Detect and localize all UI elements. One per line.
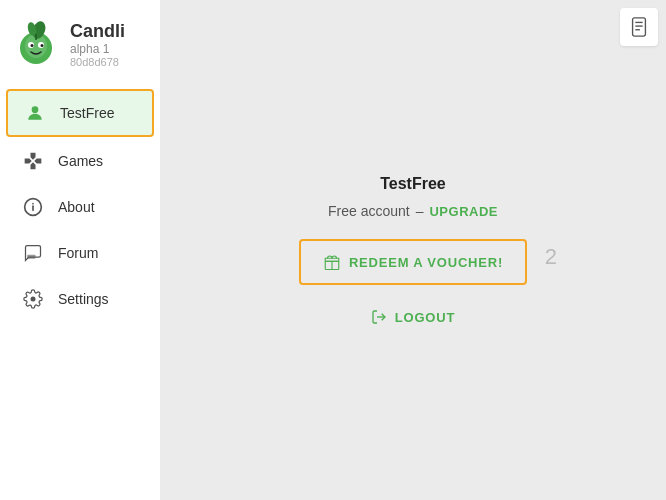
account-label: Free account (328, 203, 410, 219)
logout-button[interactable]: LOGOUT (371, 309, 455, 325)
sidebar-item-forum[interactable]: Forum (6, 231, 154, 275)
sidebar-item-testfree[interactable]: TestFree 1 (6, 89, 154, 137)
app-id: 80d8d678 (70, 56, 125, 68)
games-icon (22, 150, 44, 172)
svg-point-4 (31, 44, 34, 47)
sidebar-item-forum-label: Forum (58, 245, 98, 261)
app-logo (12, 20, 60, 68)
sidebar-nav: TestFree 1 Games About (0, 84, 160, 322)
profile-card: TestFree Free account – UPGRADE REDEEM A… (299, 175, 527, 325)
sidebar-item-games-label: Games (58, 153, 103, 169)
document-icon-button[interactable] (620, 8, 658, 46)
app-name: Candli (70, 21, 125, 42)
sidebar-item-about[interactable]: About (6, 185, 154, 229)
account-type-row: Free account – UPGRADE (328, 203, 498, 219)
voucher-icon (323, 253, 341, 271)
main-content: TestFree Free account – UPGRADE REDEEM A… (160, 0, 666, 500)
forum-icon (22, 242, 44, 264)
sidebar-item-testfree-label: TestFree (60, 105, 114, 121)
redeem-voucher-button[interactable]: REDEEM A VOUCHER! (299, 239, 527, 285)
sidebar-header: Candli alpha 1 80d8d678 (0, 12, 160, 84)
sidebar-item-games[interactable]: Games (6, 139, 154, 183)
settings-icon (22, 288, 44, 310)
account-separator: – (416, 203, 424, 219)
sidebar-item-settings[interactable]: Settings (6, 277, 154, 321)
document-icon (628, 16, 650, 38)
svg-rect-15 (633, 18, 646, 36)
app-version: alpha 1 (70, 42, 125, 56)
logout-label: LOGOUT (395, 310, 455, 325)
info-icon (22, 196, 44, 218)
redeem-voucher-label: REDEEM A VOUCHER! (349, 255, 503, 270)
logout-icon (371, 309, 387, 325)
sidebar: Candli alpha 1 80d8d678 TestFree 1 (0, 0, 160, 500)
sidebar-item-settings-label: Settings (58, 291, 109, 307)
profile-name: TestFree (380, 175, 446, 193)
svg-point-5 (41, 44, 44, 47)
person-icon (24, 102, 46, 124)
svg-point-14 (31, 297, 36, 302)
sidebar-item-about-label: About (58, 199, 95, 215)
upgrade-button[interactable]: UPGRADE (429, 204, 498, 219)
svg-rect-13 (27, 255, 35, 259)
annotation-2: 2 (545, 244, 557, 270)
svg-point-9 (32, 106, 39, 113)
app-info: Candli alpha 1 80d8d678 (70, 21, 125, 68)
